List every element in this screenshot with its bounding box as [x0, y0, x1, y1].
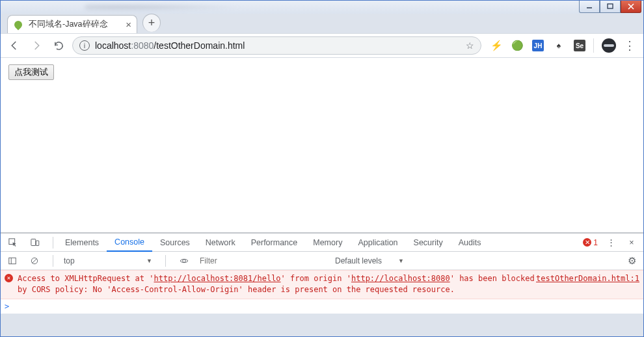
profile-avatar[interactable] [602, 38, 616, 53]
browser-tab[interactable]: 不同域名-Java碎碎念 × [7, 15, 137, 33]
tab-close-button[interactable]: × [126, 20, 131, 29]
svg-rect-6 [36, 241, 38, 246]
window-minimize-button[interactable] [579, 0, 600, 13]
ext-tree-icon[interactable]: ♠ [553, 40, 565, 51]
ext-lightning-icon[interactable]: ⚡ [490, 40, 502, 51]
url-text: localhost:8080/testOtherDomain.html [95, 40, 461, 51]
svg-rect-5 [31, 239, 35, 246]
tab-audits[interactable]: Audits [451, 234, 489, 252]
ext-jh-icon[interactable]: JH [532, 40, 544, 51]
console-sidebar-toggle-icon[interactable] [5, 253, 20, 269]
tab-title: 不同域名-Java碎碎念 [29, 19, 120, 30]
forward-button[interactable] [28, 37, 45, 54]
ext-selenium-icon[interactable]: Se [574, 40, 585, 51]
tab-sources[interactable]: Sources [152, 234, 198, 252]
tab-performance[interactable]: Performance [243, 234, 306, 252]
svg-rect-7 [9, 258, 16, 263]
chrome-menu-button[interactable]: ⋮ [621, 37, 638, 54]
filter-input[interactable] [198, 256, 329, 266]
url-host: localhost [95, 40, 131, 51]
live-expression-icon[interactable] [176, 253, 192, 269]
url-port: :8080 [131, 40, 154, 51]
site-info-icon[interactable]: i [79, 40, 90, 51]
devtools-close-icon[interactable]: × [624, 235, 639, 250]
svg-point-11 [183, 259, 186, 262]
window-titlebar [1, 1, 643, 14]
svg-line-10 [33, 258, 37, 263]
tab-memory[interactable]: Memory [305, 234, 350, 252]
extension-icons: ⚡ 🟢 JH ♠ Se [490, 40, 585, 51]
window-buttons [579, 0, 641, 13]
back-button[interactable] [6, 37, 23, 54]
context-value: top [64, 256, 75, 265]
console-settings-icon[interactable]: ⚙ [624, 253, 639, 269]
error-source-link[interactable]: testOtherDomain.html:1 [536, 273, 639, 284]
error-icon [5, 274, 13, 282]
test-button[interactable]: 点我测试 [8, 64, 54, 80]
titlebar-blur [85, 3, 267, 11]
devtools-panel: Elements Console Sources Network Perform… [1, 232, 643, 314]
window-maximize-button[interactable] [600, 0, 621, 13]
error-text: Access to XMLHttpRequest at 'http://loca… [18, 274, 535, 294]
console-error-row[interactable]: testOtherDomain.html:1 Access to XMLHttp… [1, 270, 643, 299]
address-bar[interactable]: i localhost:8080/testOtherDomain.html ☆ [72, 36, 481, 55]
error-count-value: 1 [593, 238, 598, 247]
tab-console[interactable]: Console [107, 234, 152, 252]
context-selector[interactable]: top▼ [64, 256, 155, 265]
console-output: testOtherDomain.html:1 Access to XMLHttp… [1, 270, 643, 314]
clear-console-icon[interactable] [27, 253, 42, 269]
tab-security[interactable]: Security [406, 234, 451, 252]
inspect-element-icon[interactable] [5, 235, 20, 250]
svg-rect-1 [608, 4, 613, 8]
devtools-separator [53, 237, 53, 249]
page-content: 点我测试 [1, 58, 643, 232]
devtools-tabbar: Elements Console Sources Network Perform… [1, 234, 643, 252]
tab-network[interactable]: Network [198, 234, 243, 252]
toolbar-separator [593, 38, 594, 53]
levels-value: Default levels [335, 256, 382, 265]
tab-application[interactable]: Application [350, 234, 405, 252]
new-tab-button[interactable]: + [142, 14, 161, 32]
devtools-menu-icon[interactable]: ⋮ [603, 235, 619, 250]
ext-globe-icon[interactable]: 🟢 [511, 40, 523, 51]
console-toolbar: top▼ Default levels▼ ⚙ [1, 252, 643, 270]
device-toolbar-icon[interactable] [27, 235, 42, 250]
browser-toolbar: i localhost:8080/testOtherDomain.html ☆ … [1, 33, 643, 58]
tab-elements[interactable]: Elements [57, 234, 107, 252]
log-levels-selector[interactable]: Default levels▼ [335, 256, 407, 265]
error-count-badge[interactable]: ✕1 [583, 238, 598, 247]
url-path: /testOtherDomain.html [154, 40, 245, 51]
spring-leaf-icon [13, 20, 23, 30]
reload-button[interactable] [50, 37, 67, 54]
console-prompt[interactable]: > [1, 299, 643, 314]
tab-strip: 不同域名-Java碎碎念 × + [1, 14, 643, 33]
window-close-button[interactable] [621, 0, 641, 13]
bookmark-star-icon[interactable]: ☆ [466, 40, 474, 51]
